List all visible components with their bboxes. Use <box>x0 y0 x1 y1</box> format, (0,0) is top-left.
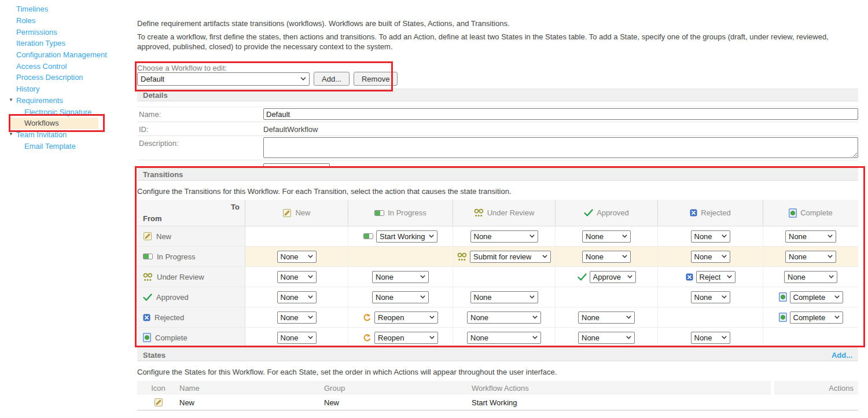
collapse-triangle-icon[interactable]: ▼ <box>9 132 13 137</box>
transitions-column-header-approved: Approved <box>556 200 658 226</box>
workflow-select[interactable]: Default <box>137 72 310 86</box>
transition-under-review-to-in-progress-select[interactable]: None <box>372 271 429 283</box>
transition-complete-to-new-select[interactable]: None <box>277 332 317 344</box>
transition-row-new: NewStart WorkingNoneNoneNoneNone <box>137 226 858 247</box>
sidebar-item-team-invitation[interactable]: ▼Team Invitation <box>0 129 137 141</box>
sidebar-item-requirements[interactable]: ▼Requirements <box>0 95 137 107</box>
transition-rejected-to-in-progress-select[interactable]: Reopen <box>374 311 438 324</box>
sidebar-item-workflows[interactable]: Workflows <box>10 118 98 129</box>
transition-in-progress-to-new-select-value: None <box>281 252 299 261</box>
transition-cell-under-review-to-rejected: Reject <box>658 267 763 287</box>
sidebar-item-access-control[interactable]: Access Control <box>0 60 137 72</box>
add-workflow-button[interactable]: Add... <box>314 72 350 86</box>
transition-cell-under-review-to-complete: None <box>763 267 858 287</box>
transition-row-under-review: Under ReviewNoneNoneApproveRejectNone <box>137 267 858 287</box>
transition-complete-to-new-select-value: None <box>281 333 299 342</box>
states-column-header-group: Group <box>324 384 472 393</box>
transition-in-progress-to-under-review-select[interactable]: Submit for review <box>470 251 551 263</box>
transition-cell-approved-to-new: None <box>245 287 348 307</box>
transition-rejected-to-complete-select[interactable]: Complete <box>790 311 843 324</box>
sidebar-item-permissions[interactable]: Permissions <box>0 26 137 38</box>
transition-under-review-to-rejected-select[interactable]: Reject <box>696 271 735 283</box>
transition-complete-to-approved-select[interactable]: None <box>578 332 635 344</box>
transition-approved-to-under-review-select[interactable]: None <box>470 291 538 303</box>
transition-in-progress-to-complete-select[interactable]: None <box>785 251 836 263</box>
transitions-column-header-new: New <box>245 200 348 226</box>
transition-row-rejected: RejectedNoneReopenNoneNoneComplete <box>137 307 858 328</box>
sidebar-item-label: Permissions <box>16 28 57 36</box>
transition-under-review-to-rejected-select-value: Reject <box>700 273 721 281</box>
transition-under-review-to-in-progress-select-value: None <box>376 273 393 281</box>
chevron-down-icon <box>420 295 425 299</box>
transition-new-to-rejected-select[interactable]: None <box>691 230 730 243</box>
transition-under-review-to-approved-select[interactable]: Approve <box>590 271 636 283</box>
state-value: New <box>179 398 194 407</box>
transition-new-to-under-review-select[interactable]: None <box>470 230 538 243</box>
state-row-new: NewNewStart Working <box>137 395 858 410</box>
chevron-down-icon <box>722 336 727 339</box>
in-progress-icon <box>374 210 384 216</box>
transition-rejected-to-in-progress-select-value: Reopen <box>378 313 404 322</box>
new-icon <box>282 208 292 218</box>
transition-new-to-complete-select[interactable]: None <box>785 230 836 243</box>
sidebar-item-timelines[interactable]: Timelines <box>0 3 137 15</box>
under-review-icon <box>457 252 467 261</box>
sidebar-item-label: Process Description <box>16 73 83 82</box>
sidebar-item-label: Roles <box>16 16 35 25</box>
column-header-label: Name <box>179 384 200 393</box>
approved-icon <box>143 294 152 301</box>
transition-cell-complete-to-new: None <box>245 328 348 347</box>
sidebar-item-history[interactable]: History <box>0 83 137 95</box>
transition-cell-approved-to-complete: Complete <box>763 287 858 307</box>
transition-cell-under-review-to-approved: Approve <box>556 267 658 287</box>
transition-in-progress-to-approved-select[interactable]: None <box>582 251 631 263</box>
chevron-down-icon <box>529 295 535 299</box>
transition-under-review-to-complete-select[interactable]: None <box>784 271 837 283</box>
transition-new-to-approved-select[interactable]: None <box>582 230 631 243</box>
sidebar-item-process-description[interactable]: Process Description <box>0 72 137 83</box>
sidebar-item-iteration-types[interactable]: Iteration Types <box>0 38 137 49</box>
states-panel-header: States Add... <box>137 349 858 361</box>
add-state-link[interactable]: Add... <box>832 351 852 360</box>
remove-workflow-button[interactable]: Remove <box>354 72 398 86</box>
transition-new-to-in-progress-select[interactable]: Start Working <box>376 230 437 243</box>
sidebar-item-configuration-management[interactable]: Configuration Management <box>0 49 137 61</box>
transition-cell-rejected-to-in-progress: Reopen <box>348 307 453 327</box>
transition-approved-to-under-review-select-value: None <box>474 293 492 302</box>
transitions-table: ToFromNewIn ProgressUnder ReviewApproved… <box>137 200 858 348</box>
complete-icon <box>143 333 151 342</box>
transition-approved-to-in-progress-select[interactable]: None <box>372 291 429 303</box>
sidebar-item-roles[interactable]: Roles <box>0 15 137 27</box>
transitions-column-header-rejected: Rejected <box>658 200 763 226</box>
sidebar-item-email-template[interactable]: Email Template <box>0 140 137 152</box>
chevron-down-icon <box>722 295 727 299</box>
transition-rejected-to-under-review-select[interactable]: None <box>467 311 541 324</box>
approved-icon <box>578 273 587 281</box>
transition-in-progress-to-rejected-select[interactable]: None <box>691 251 730 263</box>
column-header-label: Rejected <box>701 208 730 217</box>
transitions-from-cell-new: New <box>137 226 245 246</box>
transitions-title: Transitions <box>143 170 183 179</box>
transition-complete-to-rejected-select[interactable]: None <box>691 332 730 344</box>
transition-row-approved: ApprovedNoneNoneNoneNoneComplete <box>137 287 858 307</box>
transitions-table-header: ToFromNewIn ProgressUnder ReviewApproved… <box>137 200 858 226</box>
description-textarea[interactable] <box>263 137 858 158</box>
transition-approved-to-new-select[interactable]: None <box>277 291 317 303</box>
transition-approved-to-rejected-select-value: None <box>694 293 712 302</box>
collapse-triangle-icon[interactable]: ▼ <box>9 98 13 102</box>
transition-complete-to-under-review-select[interactable]: None <box>467 332 541 344</box>
chevron-down-icon <box>627 275 632 278</box>
transition-approved-to-complete-select[interactable]: Complete <box>790 291 843 303</box>
transition-complete-to-in-progress-select[interactable]: Reopen <box>374 332 438 344</box>
transitions-panel-header: Transitions <box>137 168 858 181</box>
sidebar-item-electronic-signature[interactable]: Electronic Signature <box>0 106 137 118</box>
column-header-label: Approved <box>597 208 629 217</box>
transition-rejected-to-approved-select[interactable]: None <box>578 311 635 324</box>
reopen-icon <box>363 313 372 322</box>
transition-rejected-to-new-select[interactable]: None <box>277 311 317 324</box>
transition-under-review-to-new-select[interactable]: None <box>277 271 317 283</box>
chevron-down-icon <box>722 234 727 238</box>
transition-in-progress-to-new-select[interactable]: None <box>277 251 317 263</box>
name-input[interactable] <box>263 108 858 120</box>
transition-approved-to-rejected-select[interactable]: None <box>691 291 730 303</box>
